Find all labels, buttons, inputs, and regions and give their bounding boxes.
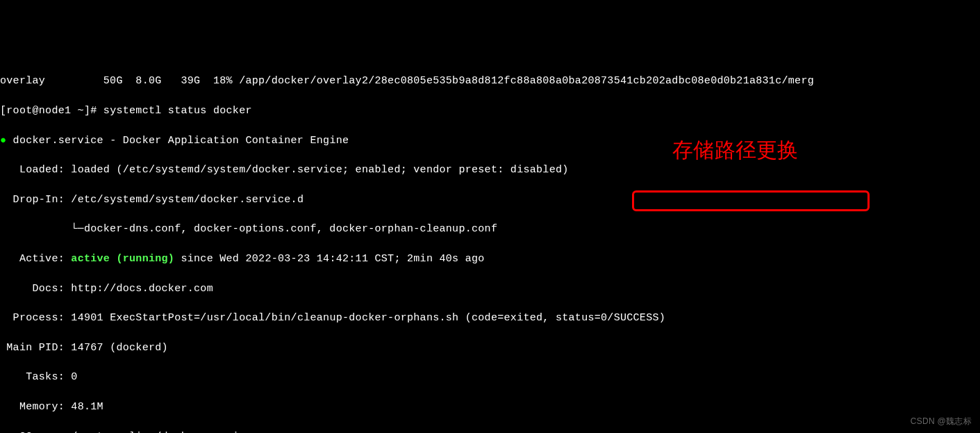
shell-prompt: [root@node1 ~]# bbox=[0, 105, 103, 117]
tasks-line: Tasks: 0 bbox=[0, 370, 980, 384]
active-label: Active: bbox=[0, 253, 71, 265]
process-label: Process: bbox=[0, 312, 71, 324]
service-header-line: ● docker.service - Docker Application Co… bbox=[0, 133, 980, 148]
watermark-text: CSDN @魏志标 bbox=[911, 416, 972, 427]
active-state: active (running) bbox=[71, 253, 174, 265]
cgroup-label: CGroup: bbox=[0, 431, 71, 433]
cgroup-value: /system.slice/docker.service bbox=[71, 431, 251, 433]
prev-output-line: overlay 50G 8.0G 39G 18% /app/docker/ove… bbox=[0, 74, 980, 88]
mainpid-line: Main PID: 14767 (dockerd) bbox=[0, 341, 980, 355]
tasks-label: Tasks: bbox=[0, 371, 71, 383]
docs-line: Docs: http://docs.docker.com bbox=[0, 281, 980, 296]
active-line: Active: active (running) since Wed 2022-… bbox=[0, 252, 980, 266]
docs-value: http://docs.docker.com bbox=[71, 283, 213, 295]
docs-label: Docs: bbox=[0, 283, 71, 295]
mainpid-label: Main PID: bbox=[0, 342, 71, 354]
command-line: [root@node1 ~]# systemctl status docker bbox=[0, 104, 980, 118]
memory-line: Memory: 48.1M bbox=[0, 400, 980, 414]
loaded-value: loaded (/etc/systemd/system/docker.servi… bbox=[71, 164, 568, 176]
process-line: Process: 14901 ExecStartPost=/usr/local/… bbox=[0, 311, 980, 325]
tasks-value: 0 bbox=[71, 371, 77, 383]
cgroup-line: CGroup: /system.slice/docker.service bbox=[0, 430, 980, 433]
loaded-label: Loaded: bbox=[0, 164, 71, 176]
process-value: 14901 ExecStartPost=/usr/local/bin/clean… bbox=[71, 312, 665, 324]
mainpid-value: 14767 (dockerd) bbox=[71, 342, 168, 354]
memory-value: 48.1M bbox=[71, 401, 103, 413]
dropin-label: Drop-In: bbox=[0, 194, 71, 206]
annotation-text: 存储路径更换 bbox=[672, 136, 799, 165]
typed-command: systemctl status docker bbox=[103, 105, 252, 117]
service-name: docker.service - Docker Application Cont… bbox=[13, 135, 349, 147]
terminal-output[interactable]: overlay 50G 8.0G 39G 18% /app/docker/ove… bbox=[0, 59, 980, 433]
memory-label: Memory: bbox=[0, 401, 71, 413]
active-since: since Wed 2022-03-23 14:42:11 CST; 2min … bbox=[174, 253, 484, 265]
dropin-value: /etc/systemd/system/docker.service.d bbox=[71, 194, 304, 206]
dropin-tree-line: └─docker-dns.conf, docker-options.conf, … bbox=[0, 222, 980, 236]
loaded-line: Loaded: loaded (/etc/systemd/system/dock… bbox=[0, 163, 980, 177]
highlight-box bbox=[632, 190, 870, 211]
status-dot-icon: ● bbox=[0, 135, 13, 147]
